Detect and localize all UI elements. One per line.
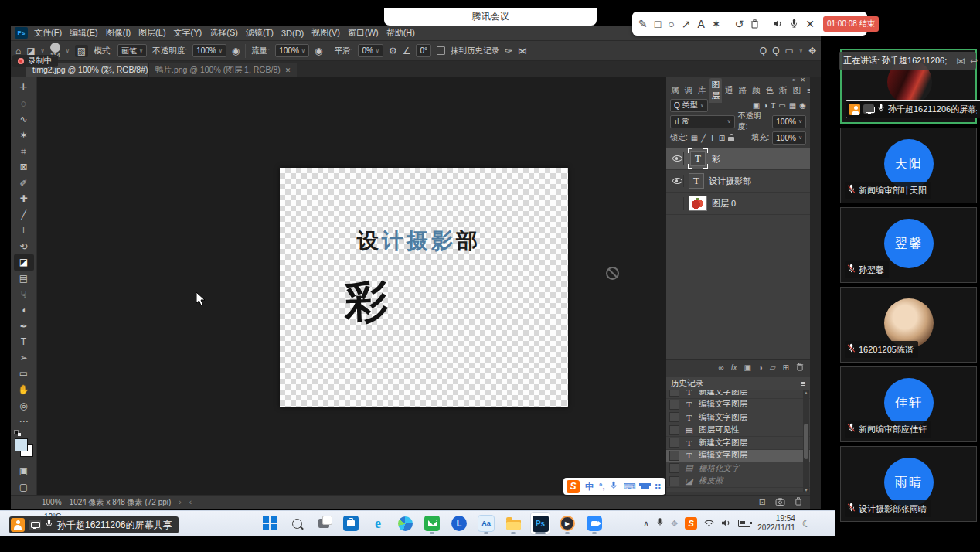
new-snapshot-icon[interactable] (775, 498, 785, 507)
pencil-icon[interactable]: ✎ (638, 19, 648, 29)
history-panel-header[interactable]: 历史记录 ≡ (666, 377, 810, 390)
lock-all-icon[interactable] (728, 137, 734, 141)
lock-artboard-icon[interactable]: ⊞ (719, 134, 725, 142)
scrollbar-thumb[interactable] (804, 424, 808, 459)
eraser-tool[interactable]: ◪ (14, 254, 34, 271)
link-layers-icon[interactable]: ∞ (718, 363, 723, 372)
history-scrollbar[interactable]: ▲ ▼ (803, 390, 809, 492)
microsoft-store-button[interactable] (341, 513, 361, 534)
more-tools-icon[interactable]: ⋯ (14, 414, 34, 430)
history-source-checkbox[interactable] (669, 400, 679, 410)
layer-name[interactable]: 彩 (712, 153, 720, 165)
rectangle-icon[interactable]: □ (655, 19, 661, 29)
search-button[interactable] (287, 513, 307, 534)
close-icon[interactable]: ✕ (805, 19, 815, 29)
lock-pixels-icon[interactable]: ╱ (701, 134, 706, 142)
tray-chevron-icon[interactable]: ∧ (643, 519, 649, 529)
collapse-panels-icon[interactable]: « ✕ (792, 77, 807, 83)
gear-icon[interactable]: ⚙ (389, 46, 397, 56)
sogou-tray-icon[interactable]: S (685, 517, 697, 530)
document-tab[interactable]: 鸭片.png @ 100% (图层 1, RGB/8) ✕ (148, 63, 297, 77)
internet-explorer-button[interactable]: e (368, 513, 388, 534)
eyedropper-tool[interactable]: ✐ (14, 175, 34, 191)
workspace-switcher-icon[interactable]: ▭ (784, 46, 793, 56)
potplayer-button[interactable]: ▶ (557, 513, 577, 534)
undo-icon[interactable]: ↺ (734, 19, 744, 29)
history-source-checkbox[interactable] (669, 412, 679, 422)
panel-tab-properties[interactable]: 属 (669, 83, 682, 97)
delete-layer-icon[interactable] (796, 363, 804, 373)
menu-3d[interactable]: 3D(D) (281, 29, 304, 38)
scroll-up-icon[interactable]: ▲ (804, 390, 808, 395)
layer-row-image[interactable]: 图层 0 (666, 193, 810, 215)
menu-file[interactable]: 文件(F) (34, 27, 62, 39)
panel-tab-channels[interactable]: 通 (723, 83, 736, 97)
voice-input-icon[interactable] (610, 481, 618, 492)
menu-help[interactable]: 帮助(H) (386, 27, 415, 39)
menu-edit[interactable]: 编辑(E) (70, 27, 98, 39)
history-item-selected[interactable]: T 编辑文字图层 (666, 450, 810, 463)
layer-style-icon[interactable]: fx (731, 363, 737, 372)
layer-row-title[interactable]: T 设计摄影部 (666, 170, 810, 193)
panel-tab-libraries[interactable]: 库 (696, 83, 709, 97)
ps-canvas-area[interactable]: 设计摄影部 彩 (37, 77, 666, 495)
photoshop-taskbar-button[interactable]: Ps (530, 513, 550, 534)
night-mode-icon[interactable]: ☾ (802, 518, 812, 530)
circle-icon[interactable]: ○ (668, 19, 674, 29)
filter-type-select[interactable]: Q 类型∨ (670, 99, 708, 112)
lasso-tool[interactable]: ∿ (14, 111, 34, 128)
dodge-tool[interactable]: ◖ (14, 302, 34, 319)
fill-select[interactable]: 100%∨ (772, 131, 806, 145)
pressure-opacity-icon[interactable]: ◉ (232, 46, 240, 56)
tencent-meeting-button[interactable] (584, 513, 604, 534)
layer-name[interactable]: 设计摄影部 (709, 175, 751, 187)
type-tool[interactable]: T (14, 334, 34, 350)
adjustment-layer-icon[interactable]: ◑ (758, 363, 763, 372)
history-item[interactable]: T 编辑文字图层 (666, 411, 810, 424)
meeting-titlebar[interactable]: 腾讯会议 (384, 8, 597, 26)
pen-tool[interactable]: ✒ (14, 318, 34, 334)
history-source-checkbox[interactable] (669, 425, 679, 435)
panel-tab-color[interactable]: 颜 (750, 83, 763, 97)
filter-smart-icon[interactable]: ▦ (789, 101, 796, 110)
smooth-select[interactable]: 0%∨ (358, 44, 383, 57)
gradient-tool[interactable]: ▤ (14, 271, 34, 287)
dictionary-app-button[interactable]: Aa (476, 513, 496, 534)
layer-row-cai[interactable]: T 彩 (666, 148, 810, 170)
battery-icon[interactable] (738, 520, 750, 527)
history-item[interactable]: T 新建文字图层 (666, 437, 810, 450)
volume-icon[interactable] (721, 516, 731, 530)
layer-mask-icon[interactable]: ▣ (744, 363, 750, 372)
toolbox-icon[interactable]: ∷ (655, 482, 661, 491)
hand-tool[interactable]: ✋ (14, 382, 34, 398)
history-source-checkbox[interactable] (669, 438, 679, 448)
erase-history-checkbox[interactable] (437, 46, 445, 55)
symmetry-icon[interactable]: ⋈ (518, 46, 527, 56)
panel-tab-patterns[interactable]: 图 (791, 83, 804, 97)
filter-adjustment-icon[interactable]: ◑ (763, 101, 767, 110)
start-button[interactable] (260, 513, 280, 534)
layer-opacity-select[interactable]: 100%∨ (772, 115, 806, 128)
participant-tile[interactable]: 16201205陈谐 (840, 287, 977, 363)
edge-button[interactable] (395, 513, 415, 534)
clone-stamp-tool[interactable]: ⊥ (14, 223, 34, 239)
move-tool[interactable]: ✛ (14, 80, 34, 96)
flow-select[interactable]: 100%∨ (275, 44, 309, 57)
trash-icon[interactable] (750, 19, 759, 29)
screen-mode-icon[interactable]: ▢ (14, 479, 34, 495)
opacity-select[interactable]: 100%∨ (192, 44, 226, 57)
lenovo-app-button[interactable]: L (449, 513, 469, 534)
menu-view[interactable]: 视图(V) (311, 27, 340, 39)
history-item[interactable]: T 编辑文字图层 (666, 399, 810, 412)
visibility-toggle[interactable] (671, 152, 684, 165)
mail-app-button[interactable] (422, 513, 442, 534)
visibility-toggle[interactable] (671, 175, 684, 187)
filter-pixel-icon[interactable]: ▣ (753, 101, 760, 110)
history-source-checkbox[interactable] (669, 451, 679, 461)
punctuation-icon[interactable]: °, (599, 482, 604, 491)
filter-type-icon[interactable]: T (771, 101, 775, 110)
new-layer-icon[interactable]: ⊞ (783, 363, 789, 372)
panel-tab-gradients[interactable]: 渐 (777, 83, 790, 97)
panel-tab-paths[interactable]: 路 (737, 83, 750, 97)
brush-pressure-icon[interactable]: ✑ (505, 46, 512, 56)
